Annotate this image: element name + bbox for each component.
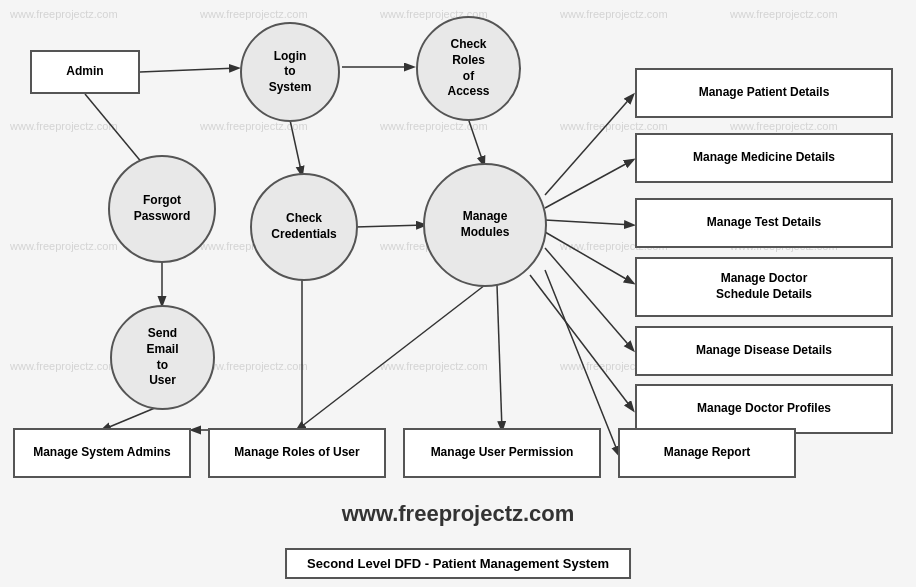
forgot-password-node: ForgotPassword — [108, 155, 216, 263]
svg-line-14 — [497, 285, 502, 430]
manage-doctor-schedule-node: Manage DoctorSchedule Details — [635, 257, 893, 317]
svg-line-12 — [530, 275, 633, 410]
manage-report-node: Manage Report — [618, 428, 796, 478]
send-email-node: SendEmailtoUser — [110, 305, 215, 410]
svg-line-10 — [545, 232, 633, 283]
watermark-tl: www.freeprojectz.com — [10, 8, 118, 20]
watermark-b2: www.freeprojectz.com — [200, 360, 308, 372]
manage-roles-node: Manage Roles of User — [208, 428, 386, 478]
login-node: LogintoSystem — [240, 22, 340, 122]
svg-line-7 — [545, 95, 633, 195]
check-roles-node: CheckRolesofAccess — [416, 16, 521, 121]
bottom-title: Second Level DFD - Patient Management Sy… — [285, 548, 631, 579]
manage-test-node: Manage Test Details — [635, 198, 893, 248]
watermark-m1: www.freeprojectz.com — [10, 120, 118, 132]
svg-line-13 — [297, 285, 485, 430]
watermark-b1: www.freeprojectz.com — [10, 360, 118, 372]
svg-line-9 — [545, 220, 633, 225]
watermark-t2: www.freeprojectz.com — [200, 8, 308, 20]
manage-medicine-node: Manage Medicine Details — [635, 133, 893, 183]
svg-line-6 — [355, 225, 425, 227]
svg-line-8 — [545, 160, 633, 208]
svg-line-4 — [85, 94, 148, 170]
manage-disease-node: Manage Disease Details — [635, 326, 893, 376]
svg-line-2 — [290, 120, 302, 175]
svg-line-0 — [140, 68, 238, 72]
admin-node: Admin — [30, 50, 140, 94]
watermark-l1: www.freeprojectz.com — [10, 240, 118, 252]
watermark-m3: www.freeprojectz.com — [380, 120, 488, 132]
manage-patient-node: Manage Patient Details — [635, 68, 893, 118]
manage-admins-node: Manage System Admins — [13, 428, 191, 478]
watermark-m4: www.freeprojectz.com — [560, 120, 668, 132]
watermark-t5: www.freeprojectz.com — [730, 8, 838, 20]
watermark-t4: www.freeprojectz.com — [560, 8, 668, 20]
watermark-m5: www.freeprojectz.com — [730, 120, 838, 132]
manage-modules-node: ManageModules — [423, 163, 547, 287]
check-credentials-node: CheckCredentials — [250, 173, 358, 281]
manage-permission-node: Manage User Permission — [403, 428, 601, 478]
watermark-b3: www.freeprojectz.com — [380, 360, 488, 372]
manage-doctor-profiles-node: Manage Doctor Profiles — [635, 384, 893, 434]
website-label: www.freeprojectz.com — [342, 501, 575, 527]
svg-line-11 — [545, 248, 633, 350]
svg-line-3 — [468, 118, 484, 165]
